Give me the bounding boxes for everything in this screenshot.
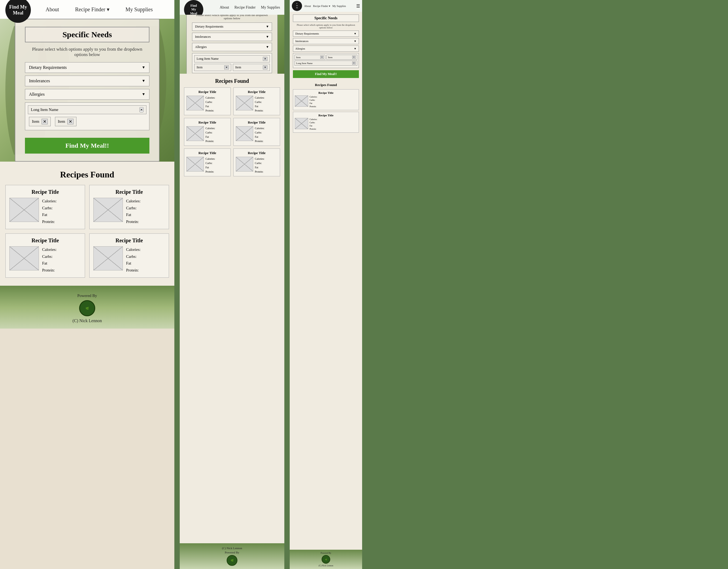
recipe-card-2: Recipe Title Calories: Carbs: Fat Protei… <box>89 185 169 229</box>
mid-footer-logo: 🌿 <box>227 555 237 566</box>
nav-recipe-finder[interactable]: Recipe Finder <box>75 6 109 13</box>
right-recipe-title-2: Recipe Title <box>295 114 357 117</box>
remove-item1-button[interactable]: ✕ <box>42 119 48 124</box>
right-recipe-title-1: Recipe Title <box>295 91 357 94</box>
recipe-info-3: Calories: Carbs: Fat Protein: <box>42 246 57 274</box>
right-remove-item2[interactable]: ✕ <box>352 56 356 59</box>
right-nav-about[interactable]: About <box>304 5 311 8</box>
calories-label-2: Calories: <box>126 198 141 205</box>
right-items-box: Item ✕ Item ✕ Long Item Name ✕ <box>293 53 359 68</box>
right-nav-links: About Recipe Finder ▾ My Supplies <box>304 5 346 8</box>
mid-recipe-card-4: Recipe Title Calories: Carbs: Fat Protei… <box>233 118 280 146</box>
right-remove-item1[interactable]: ✕ <box>320 56 324 59</box>
mid-hero: Specific Needs Please select which optio… <box>180 15 284 74</box>
right-logo[interactable]: FMM <box>292 1 302 11</box>
right-remove-long-item[interactable]: ✕ <box>352 62 356 65</box>
mid-recipe-grid: Recipe Title Calories: Carbs: Fat Protei… <box>184 87 280 176</box>
items-container: Long Item Name ✕ Item ✕ Item ✕ <box>25 102 149 130</box>
calories-label-1: Calories: <box>42 198 57 205</box>
nav-my-supplies[interactable]: My Supplies <box>126 6 153 13</box>
right-recipe-card-2: Recipe Title Calories: Carbs: Fat Protei… <box>293 112 359 133</box>
dietary-requirements-dropdown[interactable]: Dietary Requirements ▼ <box>25 62 149 73</box>
protein-label-1: Protein: <box>42 219 57 226</box>
right-dietary-dropdown[interactable]: Dietary Requirements ▼ <box>293 31 359 37</box>
form-subtitle: Please select which options apply to you… <box>25 47 149 57</box>
right-long-item: Long Item Name ✕ <box>295 61 357 66</box>
recipes-section: Recipes Found Recipe Title Calories: Car… <box>0 162 174 286</box>
carbs-label-2: Carbs: <box>126 205 141 212</box>
right-form-title: Specific Needs <box>293 14 359 22</box>
hamburger-menu[interactable]: ☰ <box>356 3 360 9</box>
mid-recipe-title-6: Recipe Title <box>236 151 278 155</box>
allergies-dropdown[interactable]: Allergies ▼ <box>25 89 149 100</box>
mid-remove-item2[interactable]: ✕ <box>263 65 267 69</box>
right-footer-logo: 🌿 <box>322 555 330 564</box>
right-view: FMM About Recipe Finder ▾ My Supplies ☰ … <box>290 0 362 569</box>
right-navbar: FMM About Recipe Finder ▾ My Supplies ☰ <box>290 0 362 12</box>
find-my-meal-button[interactable]: Find My Meal!! <box>25 138 149 154</box>
protein-label-2: Protein: <box>126 219 141 226</box>
right-recipes-title: Recipes Found <box>293 83 359 87</box>
mid-recipe-image-3 <box>186 126 204 141</box>
mid-remove-long-item[interactable]: ✕ <box>263 57 267 61</box>
right-form-subtitle: Please select which options apply to you… <box>293 24 359 29</box>
protein-label-4: Protein: <box>126 267 141 274</box>
right-recipe-card-1: Recipe Title Calories: Carbs: Fat Protei… <box>293 89 359 110</box>
right-nav-recipe-finder[interactable]: Recipe Finder ▾ <box>313 5 330 8</box>
recipe-image-4 <box>93 246 123 271</box>
carbs-label-4: Carbs: <box>126 253 141 260</box>
fat-label-1: Fat <box>42 212 57 219</box>
mid-footer: (C) Nick Lennon Powered By 🌿 <box>180 543 284 569</box>
nav-links: About Recipe Finder My Supplies <box>46 6 153 13</box>
recipe-title-1: Recipe Title <box>9 189 81 195</box>
mid-allergies-dropdown[interactable]: Allergies ▼ <box>192 43 272 51</box>
logo-text: Find My Meal <box>5 4 31 16</box>
powered-by-text: Powered By <box>77 293 97 298</box>
dropdown-arrow-1: ▼ <box>142 65 145 70</box>
remove-long-item-button[interactable]: ✕ <box>139 107 144 112</box>
mid-recipe-card-1: Recipe Title Calories: Carbs: Fat Protei… <box>184 87 231 115</box>
right-items-row-top: Item ✕ Item ✕ <box>295 55 357 61</box>
recipe-info-1: Calories: Carbs: Fat Protein: <box>42 198 57 225</box>
mid-powered-by: Powered By <box>225 551 239 554</box>
right-allergies-dropdown[interactable]: Allergies ▼ <box>293 46 359 52</box>
recipe-info-4: Calories: Carbs: Fat Protein: <box>126 246 141 274</box>
right-nav-my-supplies[interactable]: My Supplies <box>332 5 346 8</box>
calories-label-4: Calories: <box>126 246 141 253</box>
mid-dietary-dropdown[interactable]: Dietary Requirements ▼ <box>192 23 272 31</box>
fat-label-4: Fat <box>126 260 141 267</box>
right-item-tag-2: Item ✕ <box>326 55 357 60</box>
nav-about[interactable]: About <box>46 6 59 13</box>
mid-recipe-title-3: Recipe Title <box>186 120 228 125</box>
mid-specific-needs-form: Specific Needs Please select which optio… <box>186 15 278 74</box>
mid-recipe-info-6: Calories: Carbs: Fat Protein: <box>255 157 264 174</box>
right-form-panel: Specific Needs Please select which optio… <box>290 12 362 81</box>
mid-items-row: Item ✕ Item ✕ <box>194 64 270 71</box>
mid-remove-item1[interactable]: ✕ <box>224 65 229 69</box>
recipe-card-1: Recipe Title Calories: Carbs: Fat Protei… <box>5 185 85 229</box>
remove-item2-button[interactable]: ✕ <box>67 119 73 124</box>
mid-nav-about[interactable]: About <box>220 5 229 10</box>
right-recipe-info-1: Calories: Carbs: Fat Protein: <box>310 95 317 108</box>
mid-recipe-info-1: Calories: Carbs: Fat Protein: <box>205 96 215 113</box>
intolerances-dropdown[interactable]: Intolerances ▼ <box>25 76 149 86</box>
right-item-tag-1: Item ✕ <box>295 55 325 60</box>
mid-recipe-image-1 <box>186 96 204 110</box>
item-tag-1: Item ✕ <box>29 117 51 126</box>
copyright-text: (C) Nick Lennon <box>72 318 102 323</box>
right-intolerances-dropdown[interactable]: Intolerances ▼ <box>293 38 359 44</box>
main-navbar: Find My Meal About Recipe Finder My Supp… <box>0 0 174 19</box>
mid-nav-recipe-finder[interactable]: Recipe Finder <box>234 5 256 10</box>
right-recipe-image-1 <box>295 95 308 107</box>
right-find-my-meal-button[interactable]: Find My Meal!! <box>293 70 359 78</box>
dropdown-arrow-3: ▼ <box>142 92 145 97</box>
hero-section: Specific Needs Please select which optio… <box>0 19 174 162</box>
recipe-image-1 <box>9 198 39 222</box>
recipe-title-2: Recipe Title <box>93 189 165 195</box>
mid-intolerances-dropdown[interactable]: Intolerances ▼ <box>192 33 272 41</box>
mid-nav-my-supplies[interactable]: My Supplies <box>261 5 280 10</box>
right-recipe-info-2: Calories: Carbs: Fat Protein: <box>310 118 317 131</box>
right-footer: Powered By 🌿 (C) Nick Lennon <box>290 550 362 569</box>
mid-recipe-image-5 <box>186 157 204 172</box>
mid-form-subtitle: Please select which options apply to you… <box>192 15 272 20</box>
